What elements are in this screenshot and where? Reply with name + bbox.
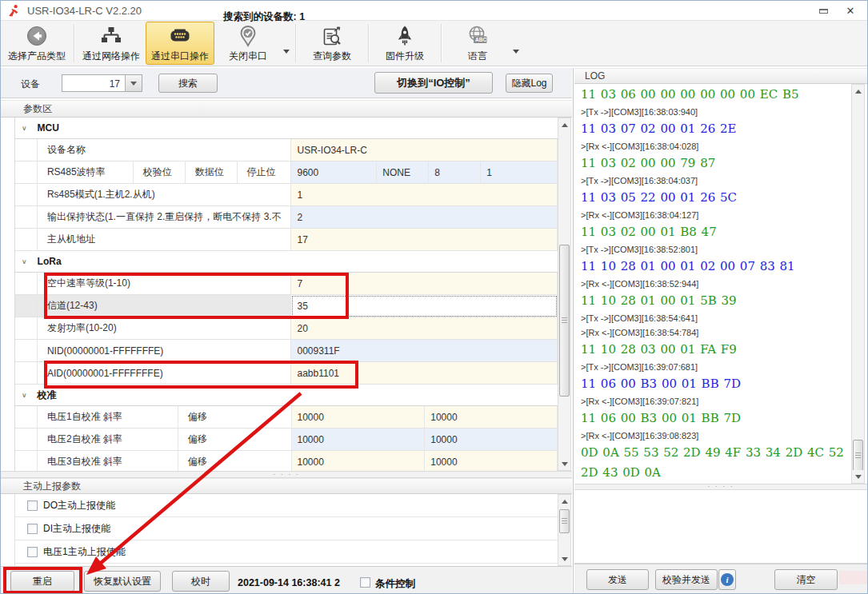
param-row[interactable]: 空中速率等级(1-10)7	[15, 273, 558, 295]
svg-text:ABC: ABC	[475, 37, 486, 42]
report-scrollbar-thumb[interactable]	[559, 509, 570, 533]
toolbar: 选择产品类型通过网络操作通过串口操作关闭串口查询参数固件升级ABC语言	[1, 21, 867, 66]
param-value[interactable]: aabb1101	[291, 362, 558, 385]
sync-time-button[interactable]: 校时	[172, 571, 230, 592]
log-entry-rx: 11 10 28 01 00 01 02 00 07 83 81	[581, 257, 851, 277]
param-value[interactable]: 10000	[292, 429, 426, 451]
scroll-up-icon[interactable]	[852, 85, 864, 98]
report-scrollbar[interactable]	[558, 494, 571, 566]
param-row[interactable]: 电压1自校准 斜率偏移1000010000	[15, 406, 558, 429]
toolbar-item-label: 通过网络操作	[82, 50, 140, 63]
log-splitter[interactable]: · · · ·	[574, 484, 867, 490]
restart-button[interactable]: 重启	[10, 571, 74, 592]
param-row[interactable]: 输出保持状态(1.一直保持 2.重启保持，断电不保持 3.不2	[15, 206, 558, 229]
clear-button[interactable]: 清空	[774, 569, 838, 590]
hide-log-button[interactable]: 隐藏Log	[506, 74, 553, 93]
log-entry-tx: 11 06 00 B3 00 01 BB 7D	[581, 409, 851, 429]
param-row[interactable]: RS485波特率校验位数据位停止位9600NONE81	[15, 161, 558, 184]
info-button[interactable]: i	[718, 569, 736, 590]
restore-defaults-button[interactable]: 恢复默认设置	[84, 571, 161, 592]
verify-send-button[interactable]: 校验并发送	[655, 569, 718, 590]
scroll-down-icon[interactable]	[558, 552, 570, 565]
param-value[interactable]: 0009311F	[291, 340, 558, 362]
log-scrollbar[interactable]	[851, 84, 865, 484]
device-select-arrow[interactable]	[125, 75, 142, 91]
chevron-down-icon	[130, 82, 137, 86]
toolbar-item-7[interactable]: ABC语言	[444, 22, 511, 65]
log-scrollbar-thumb[interactable]	[853, 440, 863, 471]
param-value[interactable]: 1	[291, 184, 558, 206]
toolbar-item-2[interactable]: 通过网络操作	[77, 22, 146, 65]
report-checkbox[interactable]	[27, 547, 38, 557]
param-value[interactable]: 1	[481, 161, 558, 184]
param-value[interactable]: 7	[291, 273, 558, 295]
param-label: 发射功率(10-20)	[38, 317, 292, 340]
send-input[interactable]	[574, 490, 867, 564]
network-icon	[99, 24, 123, 48]
section-header-row[interactable]: ∨MCU	[15, 118, 558, 139]
minimize-button[interactable]	[813, 3, 834, 18]
param-scrollbar-thumb[interactable]	[559, 245, 570, 397]
param-value[interactable]: NONE	[377, 161, 429, 184]
log-entry-meta: >[Rx <-][COM3][16:39:08:823]	[581, 429, 851, 443]
device-select[interactable]: 17	[62, 74, 142, 92]
param-value[interactable]: 17	[291, 229, 558, 251]
log-entry-meta: >[Tx ->][COM3][16:38:04:037]	[581, 173, 851, 188]
param-value[interactable]: 8	[429, 161, 481, 184]
param-row[interactable]: 电压3自校准 斜率偏移1000010000	[15, 451, 558, 471]
toolbar-item-1[interactable]: 选择产品类型	[2, 22, 71, 65]
condition-control-checkbox[interactable]	[360, 577, 370, 588]
param-value[interactable]: 10000	[425, 429, 558, 451]
report-checkbox[interactable]	[27, 524, 38, 534]
horizontal-splitter[interactable]: · · · ·	[1, 471, 572, 478]
report-label: 电压1主动上报使能	[43, 545, 126, 559]
dropdown-arrow-icon[interactable]	[513, 50, 519, 54]
log-output[interactable]: 11 03 06 00 00 00 00 00 00 EC B5>[Tx ->]…	[574, 84, 851, 484]
param-row[interactable]: 信道(12-43)35	[15, 295, 558, 317]
scroll-down-icon[interactable]	[852, 470, 864, 483]
switch-io-control-button[interactable]: 切换到“IO控制”	[374, 72, 493, 94]
log-entry-meta: >[Rx <-][COM3][16:38:04:028]	[581, 139, 851, 153]
param-row[interactable]: 设备名称USR-IO34-LR-C	[15, 139, 558, 161]
param-value[interactable]: 10000	[292, 451, 426, 471]
row-indent	[15, 184, 38, 206]
log-entry-tx: 11 10 28 01 00 01 5B 39	[581, 291, 851, 311]
param-row[interactable]: 发射功率(10-20)20	[15, 317, 558, 340]
section-header-row[interactable]: ∨LoRa	[15, 251, 558, 273]
param-row[interactable]: Rs485模式(1.主机2.从机)1	[15, 184, 558, 206]
param-value[interactable]: 20	[291, 317, 558, 340]
param-label: 电压2自校准 斜率	[38, 429, 178, 451]
param-row[interactable]: 主从机地址17	[15, 229, 558, 251]
toolbar-item-5[interactable]: 查询参数	[298, 22, 366, 65]
report-checkbox[interactable]	[27, 500, 38, 511]
param-scrollbar[interactable]	[558, 118, 571, 471]
toolbar-item-4[interactable]: 关闭串口	[214, 22, 282, 65]
log-entry-rx: 11 06 00 B3 00 01 BB 7D	[581, 374, 851, 394]
param-label: 停止位	[238, 161, 292, 184]
toolbar-item-6[interactable]: 固件升级	[371, 22, 438, 65]
scroll-up-icon[interactable]	[558, 118, 570, 131]
pin-check-icon	[236, 24, 260, 48]
param-row[interactable]: AID(00000001-FFFFFFFE)aabb1101	[15, 362, 558, 385]
param-value[interactable]: 10000	[425, 406, 558, 429]
dropdown-arrow-icon[interactable]	[283, 50, 290, 54]
param-value[interactable]: 35	[291, 295, 558, 317]
query-params-icon	[320, 24, 344, 48]
search-button[interactable]: 搜索	[158, 74, 218, 93]
param-row[interactable]: NID(00000001-FFFFFFFE)0009311F	[15, 340, 558, 362]
send-button[interactable]: 发送	[586, 569, 649, 590]
param-value[interactable]: 2	[291, 206, 558, 229]
toolbar-separator	[74, 24, 74, 62]
param-value[interactable]: 9600	[291, 161, 377, 184]
param-value[interactable]: 10000	[292, 406, 426, 429]
close-button[interactable]: ✕	[840, 3, 861, 18]
log-entry-tx: 11 03 02 00 00 79 87	[581, 153, 851, 173]
param-value[interactable]: 10000	[425, 451, 558, 471]
param-value[interactable]: USR-IO34-LR-C	[291, 139, 558, 161]
section-header-row[interactable]: ∨校准	[15, 385, 558, 406]
param-row[interactable]: 电压2自校准 斜率偏移1000010000	[15, 429, 558, 451]
scroll-up-icon[interactable]	[558, 495, 570, 508]
param-label: 偏移	[178, 406, 292, 429]
toolbar-item-3[interactable]: 通过串口操作	[146, 22, 214, 65]
scroll-down-icon[interactable]	[558, 457, 570, 470]
